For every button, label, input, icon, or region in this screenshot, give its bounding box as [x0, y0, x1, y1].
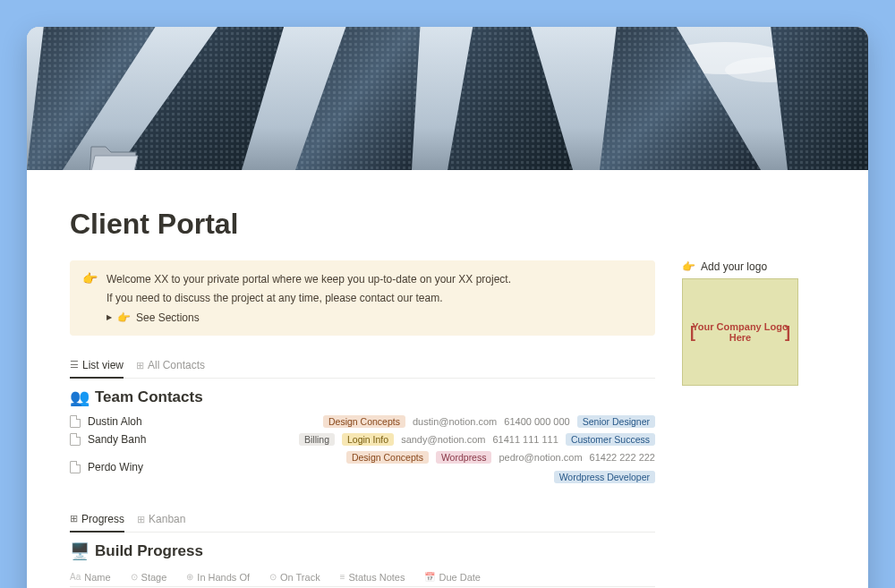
contact-role: Wordpress Developer [554, 471, 655, 483]
column-type-icon: ≡ [340, 572, 345, 582]
welcome-callout: 👉 Welcome XX to your private portal wher… [70, 260, 655, 336]
contact-role: Senior Designer [577, 415, 655, 428]
see-sections-toggle[interactable]: ▶ 👉 See Sections [107, 310, 511, 327]
table-column-header[interactable]: AaName [70, 572, 111, 583]
table-column-header[interactable]: ⊙On Track [269, 572, 320, 583]
list-icon: ☰ [70, 359, 79, 371]
cover-image [27, 27, 868, 170]
contact-phone: 61400 000 000 [504, 416, 569, 427]
column-type-icon: 📅 [424, 572, 435, 582]
point-right-icon: 👉 [82, 271, 98, 327]
point-right-icon: 👉 [682, 260, 695, 273]
contact-email: pedro@notion.com [499, 452, 582, 463]
logo-label: Add your logo [701, 260, 767, 273]
tag: Design Concepts [323, 415, 405, 428]
column-type-icon: ⊕ [186, 572, 193, 582]
logo-placeholder[interactable]: Your Company Logo Here [682, 278, 798, 386]
tab-label: Progress [81, 513, 124, 525]
monitor-icon: 🖥️ [70, 541, 90, 561]
contact-email: sandy@notion.com [401, 434, 485, 445]
tag: Wordpress [436, 451, 492, 464]
table-column-header[interactable]: ≡Status Notes [340, 572, 405, 583]
toggle-triangle-icon: ▶ [107, 312, 112, 323]
contact-row: Dustin AlohDesign Conceptsdustin@notion.… [70, 413, 655, 430]
contact-phone: 61422 222 222 [590, 452, 655, 463]
tag: Login Info [342, 433, 394, 446]
page-title: Client Portal [70, 208, 825, 241]
page-icon [70, 461, 81, 473]
contact-meta: Design Conceptsdustin@notion.com61400 00… [238, 415, 655, 428]
progress-tabs: ⊞ Progress ⊞ Kanban [70, 509, 655, 533]
table-column-header[interactable]: 📅Due Date [424, 572, 480, 583]
column-label: Status Notes [349, 572, 405, 583]
page-icon[interactable] [88, 136, 140, 170]
contact-name[interactable]: Dustin Aloh [88, 415, 231, 428]
page-icon [70, 415, 81, 428]
contact-phone: 61411 111 111 [492, 434, 558, 445]
table-column-header[interactable]: ⊕In Hands Of [186, 572, 250, 583]
column-label: Due Date [439, 572, 480, 583]
tab-list-view[interactable]: ☰ List view [70, 355, 124, 379]
tag: Design Concepts [346, 451, 429, 464]
logo-placeholder-text: Your Company Logo Here [688, 321, 792, 343]
callout-line-2: If you need to discuss the project at an… [107, 290, 511, 307]
tab-kanban[interactable]: ⊞ Kanban [137, 509, 185, 532]
svg-marker-18 [90, 156, 138, 170]
tab-label: All Contacts [148, 359, 205, 371]
contact-row: Perdo WinyDesign ConceptsWordpresspedro@… [70, 448, 655, 486]
callout-line-1: Welcome XX to your private portal where … [107, 271, 511, 288]
build-table-header: AaName⊙Stage⊕In Hands Of⊙On Track≡Status… [70, 567, 655, 587]
table-icon: ⊞ [136, 360, 144, 371]
column-type-icon: ⊙ [131, 572, 138, 582]
column-type-icon: Aa [70, 572, 81, 582]
column-label: On Track [280, 572, 320, 583]
contact-role: Customer Success [566, 433, 655, 446]
contact-row: Sandy BanhBillingLogin Infosandy@notion.… [70, 430, 655, 448]
section-title-text: Build Progress [95, 542, 203, 560]
board-icon: ⊞ [137, 514, 145, 525]
section-title-text: Team Contacts [95, 388, 203, 406]
table-column-header[interactable]: ⊙Stage [131, 572, 167, 583]
tag: Billing [299, 433, 335, 446]
toggle-label: See Sections [136, 310, 200, 327]
point-right-icon: 👉 [117, 310, 131, 327]
contact-name[interactable]: Perdo Winy [88, 461, 231, 473]
column-type-icon: ⊙ [269, 572, 277, 582]
column-label: In Hands Of [197, 572, 250, 583]
page-icon [70, 433, 81, 446]
tab-label: Kanban [149, 513, 185, 525]
logo-block: 👉 Add your logo Your Company Logo Here [682, 260, 825, 386]
team-contacts-title: 👥 Team Contacts [70, 388, 655, 407]
tab-progress[interactable]: ⊞ Progress [70, 509, 124, 533]
people-icon: 👥 [70, 388, 90, 407]
tab-label: List view [82, 359, 124, 371]
contacts-tabs: ☰ List view ⊞ All Contacts [70, 355, 655, 379]
table-icon: ⊞ [70, 513, 78, 524]
build-progress-title: 🖥️ Build Progress [70, 541, 655, 561]
tab-all-contacts[interactable]: ⊞ All Contacts [136, 355, 205, 378]
contact-meta: Design ConceptsWordpresspedro@notion.com… [238, 451, 655, 483]
column-label: Stage [141, 572, 167, 583]
contact-name[interactable]: Sandy Banh [88, 433, 231, 446]
contacts-list: Dustin AlohDesign Conceptsdustin@notion.… [70, 413, 655, 486]
app-window: Client Portal 👉 Welcome XX to your priva… [27, 27, 868, 588]
contact-meta: BillingLogin Infosandy@notion.com61411 1… [238, 433, 655, 446]
page-content: Client Portal 👉 Welcome XX to your priva… [27, 170, 868, 588]
contact-email: dustin@notion.com [413, 416, 497, 427]
column-label: Name [84, 572, 110, 583]
